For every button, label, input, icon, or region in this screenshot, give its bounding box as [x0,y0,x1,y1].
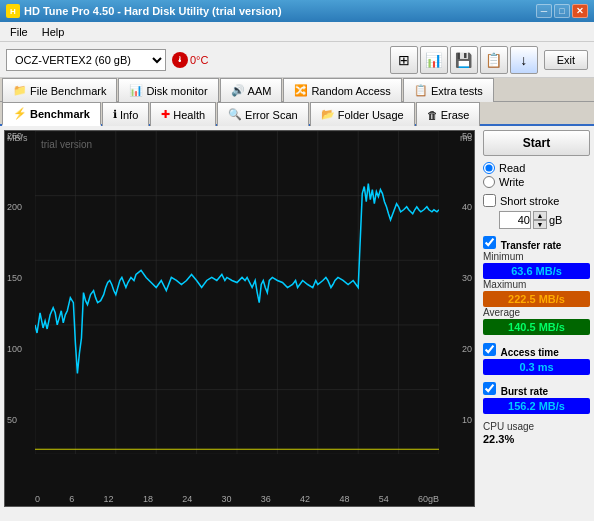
spin-up[interactable]: ▲ [533,211,547,220]
average-value: 140.5 MB/s [483,319,590,335]
tab-erase-label: Erase [441,109,470,121]
tabs-row2: ⚡ Benchmark ℹ Info ✚ Health 🔍 Error Scan… [0,102,594,126]
exit-button[interactable]: Exit [544,50,588,70]
tab-info[interactable]: ℹ Info [102,102,149,126]
window-controls: ─ □ ✕ [536,4,588,18]
access-time-header: Access time [483,343,590,358]
cpu-usage-section: CPU usage 22.3% [483,419,590,445]
drive-select[interactable]: OCZ-VERTEX2 (60 gB) [6,49,166,71]
y-axis-right: 50 40 30 20 10 [462,131,472,486]
stroke-input-row: ▲ ▼ gB [499,211,590,229]
right-panel: Start Read Write Short stroke ▲ ▼ gB [479,126,594,511]
random-access-icon: 🔀 [294,84,308,97]
tab-disk-monitor[interactable]: 📊 Disk monitor [118,78,218,102]
tab-random-access-label: Random Access [311,85,390,97]
chart-area: MB/s ms trial version 250 200 150 100 50… [4,130,475,507]
tab-file-benchmark-label: File Benchmark [30,85,106,97]
minimum-label: Minimum [483,251,590,262]
extra-tests-icon: 📋 [414,84,428,97]
aam-icon: 🔊 [231,84,245,97]
y-axis-left: 250 200 150 100 50 [7,131,22,486]
window-title: HD Tune Pro 4.50 - Hard Disk Utility (tr… [24,5,282,17]
stroke-spinner: ▲ ▼ [533,211,547,229]
transfer-rate-label: Transfer rate [483,236,590,251]
tab-health[interactable]: ✚ Health [150,102,216,126]
main-content: MB/s ms trial version 250 200 150 100 50… [0,126,594,511]
error-scan-icon: 🔍 [228,108,242,121]
access-time-checkbox[interactable] [483,343,496,356]
tab-random-access[interactable]: 🔀 Random Access [283,78,401,102]
average-label: Average [483,307,590,318]
temperature-display: 🌡 0°C [172,52,208,68]
tab-benchmark[interactable]: ⚡ Benchmark [2,102,101,126]
stroke-unit-label: gB [549,214,562,226]
menu-bar: File Help [0,22,594,42]
x-axis-bottom: 0 6 12 18 24 30 36 42 48 54 60gB [35,494,439,504]
tab-folder-usage-label: Folder Usage [338,109,404,121]
tab-error-scan[interactable]: 🔍 Error Scan [217,102,309,126]
transfer-rate-checkbox[interactable] [483,236,496,249]
maximum-label: Maximum [483,279,590,290]
read-write-group: Read Write [483,162,590,188]
tab-aam[interactable]: 🔊 AAM [220,78,283,102]
tab-error-scan-label: Error Scan [245,109,298,121]
read-label: Read [499,162,525,174]
folder-usage-icon: 📂 [321,108,335,121]
short-stroke-row: Short stroke [483,194,590,207]
burst-rate-value: 156.2 MB/s [483,398,590,414]
burst-rate-checkbox[interactable] [483,382,496,395]
title-bar: H HD Tune Pro 4.50 - Hard Disk Utility (… [0,0,594,22]
close-button[interactable]: ✕ [572,4,588,18]
benchmark-chart [35,131,439,454]
temp-value: 0°C [190,54,208,66]
burst-rate-section: Burst rate 156.2 MB/s [483,380,590,414]
maximize-button[interactable]: □ [554,4,570,18]
menu-help[interactable]: Help [36,25,71,39]
spin-down[interactable]: ▼ [533,220,547,229]
icon-btn-2[interactable]: 📊 [420,46,448,74]
app-icon: H [6,4,20,18]
tab-disk-monitor-label: Disk monitor [146,85,207,97]
menu-file[interactable]: File [4,25,34,39]
cpu-usage-value: 22.3% [483,433,590,445]
icon-btn-3[interactable]: 💾 [450,46,478,74]
read-radio-row: Read [483,162,590,174]
file-benchmark-icon: 📁 [13,84,27,97]
temp-icon: 🌡 [172,52,188,68]
tab-benchmark-label: Benchmark [30,108,90,120]
icon-btn-5[interactable]: ↓ [510,46,538,74]
write-radio-row: Write [483,176,590,188]
tab-health-label: Health [173,109,205,121]
icon-btn-4[interactable]: 📋 [480,46,508,74]
stroke-value-input[interactable] [499,211,531,229]
tab-folder-usage[interactable]: 📂 Folder Usage [310,102,415,126]
tab-info-label: Info [120,109,138,121]
info-icon: ℹ [113,108,117,121]
tab-extra-tests[interactable]: 📋 Extra tests [403,78,494,102]
maximum-value: 222.5 MB/s [483,291,590,307]
tab-erase[interactable]: 🗑 Erase [416,102,481,126]
toolbar-icons: ⊞ 📊 💾 📋 ↓ [390,46,538,74]
access-time-section: Access time 0.3 ms [483,340,590,375]
write-label: Write [499,176,524,188]
icon-btn-1[interactable]: ⊞ [390,46,418,74]
benchmark-icon: ⚡ [13,107,27,120]
short-stroke-checkbox[interactable] [483,194,496,207]
health-icon: ✚ [161,108,170,121]
tabs-row1: 📁 File Benchmark 📊 Disk monitor 🔊 AAM 🔀 … [0,78,594,102]
access-time-value: 0.3 ms [483,359,590,375]
tab-aam-label: AAM [248,85,272,97]
toolbar: OCZ-VERTEX2 (60 gB) 🌡 0°C ⊞ 📊 💾 📋 ↓ Exit [0,42,594,78]
disk-monitor-icon: 📊 [129,84,143,97]
cpu-usage-label: CPU usage [483,421,590,432]
start-button[interactable]: Start [483,130,590,156]
tab-file-benchmark[interactable]: 📁 File Benchmark [2,78,117,102]
read-radio[interactable] [483,162,495,174]
tab-extra-tests-label: Extra tests [431,85,483,97]
minimum-value: 63.6 MB/s [483,263,590,279]
burst-rate-header: Burst rate [483,382,590,397]
write-radio[interactable] [483,176,495,188]
transfer-rate-section: Transfer rate Minimum 63.6 MB/s Maximum … [483,234,590,335]
minimize-button[interactable]: ─ [536,4,552,18]
erase-icon: 🗑 [427,109,438,121]
